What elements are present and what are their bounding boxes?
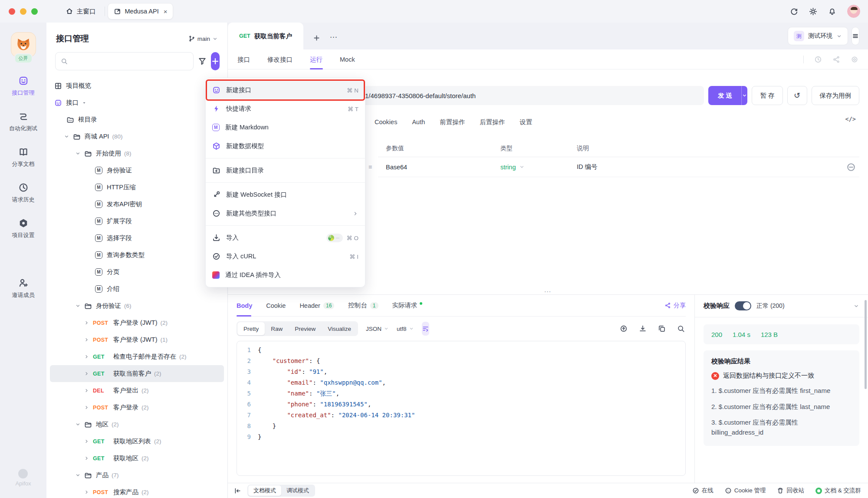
project-window-tab[interactable]: Medusa API × bbox=[108, 3, 174, 20]
tree-doc-item[interactable]: M介绍 bbox=[50, 280, 224, 297]
config-tab-Cookies[interactable]: Cookies bbox=[375, 119, 397, 125]
tree-section-item[interactable]: 项目概览 bbox=[50, 77, 224, 94]
collapse-sidebar-icon[interactable] bbox=[234, 487, 241, 495]
branch-selector[interactable]: main bbox=[188, 35, 218, 42]
chevron-right-icon[interactable] bbox=[84, 455, 89, 461]
menu-item-新建 Markdown[interactable]: M新建 Markdown bbox=[206, 118, 365, 137]
search-input[interactable] bbox=[55, 52, 194, 70]
environment-selector[interactable]: 测 测试环境 bbox=[788, 27, 848, 45]
chevron-right-icon[interactable] bbox=[84, 405, 89, 410]
chevron-down-icon[interactable] bbox=[75, 303, 81, 309]
chevron-right-icon[interactable] bbox=[84, 371, 89, 376]
response-tab-Header[interactable]: Header16 bbox=[299, 295, 334, 317]
zoom-window-button[interactable] bbox=[31, 8, 38, 15]
layout-menu-icon[interactable] bbox=[852, 27, 859, 45]
response-tab-控制台[interactable]: 控制台1 bbox=[348, 295, 378, 317]
menu-item-快捷请求[interactable]: 快捷请求⌘ T bbox=[206, 99, 365, 118]
tree-folder-item[interactable]: 商城 API(80) bbox=[50, 128, 224, 145]
tree-request-item[interactable]: POST客户登录(2) bbox=[50, 399, 224, 416]
settings-gear-icon[interactable] bbox=[809, 7, 817, 16]
menu-item-新建接口目录[interactable]: 新建接口目录 bbox=[206, 161, 365, 180]
view-option-Visualize[interactable]: Visualize bbox=[322, 322, 357, 335]
response-tab-Cookie[interactable]: Cookie bbox=[266, 295, 286, 317]
config-tab-后置操作[interactable]: 后置操作 bbox=[480, 118, 505, 126]
menu-item-导入[interactable]: 导入⋯⌘ O bbox=[206, 228, 365, 247]
param-value-input[interactable]: Base64 bbox=[378, 164, 500, 171]
target-settings-icon[interactable] bbox=[851, 56, 858, 63]
stash-button[interactable]: 暂 存 bbox=[752, 86, 783, 105]
tab-overflow-icon[interactable]: ⋯ bbox=[330, 33, 338, 42]
menu-item-通过 IDEA 插件导入[interactable]: 通过 IDEA 插件导入 bbox=[206, 266, 365, 284]
mode-文档模式[interactable]: 文档模式 bbox=[248, 485, 281, 496]
chevron-down-icon[interactable] bbox=[75, 472, 81, 478]
close-window-button[interactable] bbox=[9, 8, 15, 15]
tree-doc-item[interactable]: M发布API密钥 bbox=[50, 196, 224, 213]
subnav-tab-运行[interactable]: 运行 bbox=[310, 49, 322, 69]
tree-request-item[interactable]: GET获取地区(2) bbox=[50, 450, 224, 467]
config-tab-前置操作[interactable]: 前置操作 bbox=[440, 118, 465, 126]
chevron-right-icon[interactable] bbox=[84, 354, 89, 359]
tree-request-item[interactable]: POST客户登录 (JWT)(1) bbox=[50, 331, 224, 348]
response-tab-实际请求[interactable]: 实际请求 bbox=[392, 295, 422, 317]
tree-doc-item[interactable]: MHTTP压缩 bbox=[50, 179, 224, 196]
statusbar-item-回收站[interactable]: 回收站 bbox=[777, 487, 804, 495]
encoding-select[interactable]: utf8 bbox=[397, 326, 414, 332]
download-icon[interactable] bbox=[639, 325, 647, 333]
view-option-Pretty[interactable]: Pretty bbox=[237, 322, 265, 335]
view-option-Raw[interactable]: Raw bbox=[265, 322, 289, 335]
new-tab-plus-icon[interactable] bbox=[313, 34, 320, 42]
chevron-down-icon[interactable] bbox=[853, 303, 859, 309]
config-tab-Auth[interactable]: Auth bbox=[412, 119, 425, 125]
sidebar-item-1[interactable]: 接口管理 bbox=[12, 76, 35, 97]
tree-request-item[interactable]: GET获取当前客户(2) bbox=[50, 365, 224, 382]
response-tab-Body[interactable]: Body bbox=[237, 295, 252, 317]
filter-funnel-icon[interactable] bbox=[198, 54, 207, 69]
close-tab-icon[interactable]: × bbox=[164, 8, 168, 15]
upload-circle-icon[interactable] bbox=[620, 325, 628, 333]
menu-item-新建 WebSocket 接口[interactable]: 新建 WebSocket 接口 bbox=[206, 185, 365, 204]
home-window-tab[interactable]: 主窗口 bbox=[59, 7, 102, 16]
statusbar-item-文档 & 交流群[interactable]: 文档 & 交流群 bbox=[815, 487, 861, 495]
share-link[interactable]: 分享 bbox=[664, 302, 686, 310]
menu-item-导入 cURL[interactable]: 导入 cURL⌘ I bbox=[206, 247, 365, 266]
copy-icon[interactable] bbox=[658, 325, 666, 333]
chevron-right-icon[interactable] bbox=[84, 489, 89, 495]
format-button[interactable] bbox=[422, 322, 429, 336]
language-select[interactable]: JSON bbox=[366, 326, 389, 332]
sidebar-item-2[interactable]: 自动化测试 bbox=[9, 111, 37, 132]
menu-item-新建接口[interactable]: 新建接口⌘ N bbox=[207, 81, 364, 99]
tree-request-item[interactable]: POST搜索产品(2) bbox=[50, 484, 224, 498]
tree-folder-item[interactable]: 产品(7) bbox=[50, 467, 224, 484]
view-option-Preview[interactable]: Preview bbox=[289, 322, 322, 335]
tree-folder-item[interactable]: 身份验证(6) bbox=[50, 297, 224, 314]
statusbar-item-Cookie 管理[interactable]: Cookie 管理 bbox=[725, 487, 766, 495]
chevron-right-icon[interactable] bbox=[84, 388, 89, 393]
tree-request-item[interactable]: GET检查电子邮件是否存在(2) bbox=[50, 348, 224, 365]
history-icon[interactable] bbox=[814, 56, 822, 63]
chevron-down-icon[interactable] bbox=[64, 134, 69, 139]
config-tab-设置[interactable]: 设置 bbox=[519, 118, 532, 126]
request-tab-active[interactable]: GET 获取当前客户 bbox=[228, 23, 303, 49]
sidebar-item-4[interactable]: 请求历史 bbox=[12, 182, 35, 204]
param-desc-input[interactable]: ID 编号 bbox=[569, 163, 846, 171]
tree-doc-item[interactable]: M查询参数类型 bbox=[50, 247, 224, 264]
subnav-tab-接口[interactable]: 接口 bbox=[237, 49, 250, 69]
search-body-icon[interactable] bbox=[677, 325, 685, 333]
notifications-bell-icon[interactable] bbox=[828, 7, 836, 16]
add-new-button[interactable] bbox=[211, 52, 220, 70]
chevron-right-icon[interactable] bbox=[84, 337, 89, 343]
tree-request-item[interactable]: DEL客户登出(2) bbox=[50, 382, 224, 399]
send-options-chevron[interactable] bbox=[741, 86, 747, 105]
tree-request-item[interactable]: POST客户登录 (JWT)(2) bbox=[50, 314, 224, 331]
validation-toggle[interactable] bbox=[735, 301, 751, 310]
user-avatar[interactable] bbox=[847, 5, 860, 18]
chevron-right-icon[interactable] bbox=[84, 320, 89, 326]
subnav-tab-修改接口[interactable]: 修改接口 bbox=[267, 49, 293, 69]
statusbar-item-在线[interactable]: 在线 bbox=[692, 487, 713, 495]
share-node-icon[interactable] bbox=[832, 56, 840, 63]
tree-folder-item[interactable]: 地区(2) bbox=[50, 416, 224, 433]
undo-button[interactable]: ↺ bbox=[787, 86, 807, 105]
mode-调试模式[interactable]: 调试模式 bbox=[281, 485, 314, 496]
sidebar-item-6[interactable]: 邀请成员 bbox=[12, 278, 35, 299]
splitter-drag-handle[interactable]: ⋯ bbox=[544, 287, 552, 296]
